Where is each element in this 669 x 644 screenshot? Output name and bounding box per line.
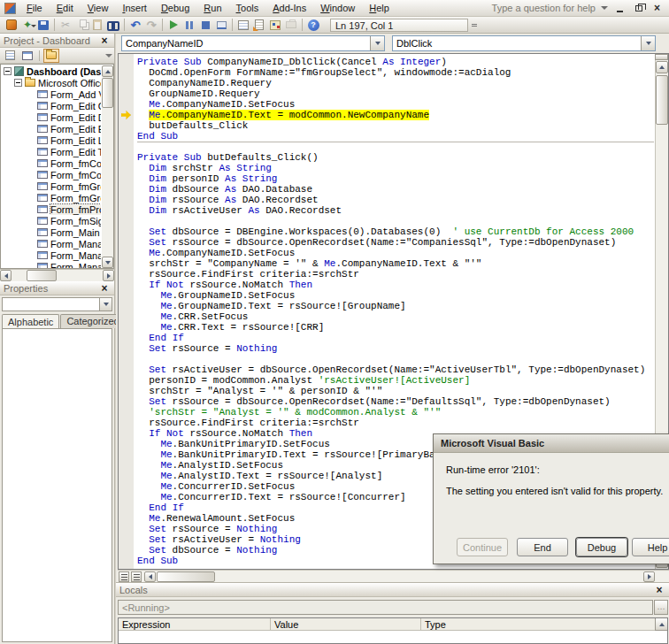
scrollbar-thumb[interactable]	[157, 571, 215, 582]
tree-item[interactable]: Form_Edit Compa	[2, 100, 101, 111]
menu-help[interactable]: Help	[362, 1, 396, 16]
tree-item[interactable]: Form_fmSignOn	[2, 215, 101, 226]
dropdown-button[interactable]	[99, 298, 112, 310]
insert-object-icon[interactable]: ✦	[19, 18, 35, 33]
locals-close-button[interactable]: ×	[653, 586, 665, 594]
dropdown-button[interactable]	[370, 36, 384, 50]
menu-edit[interactable]: Edit	[50, 1, 81, 16]
properties-tabs: AlphabeticCategorized	[2, 314, 112, 328]
scroll-up-button[interactable]	[102, 65, 113, 77]
scroll-left-button[interactable]	[144, 571, 156, 582]
chevron-down-icon	[646, 42, 651, 45]
object-dropdown-value: CompanyNameID	[126, 38, 203, 49]
chevron-down-icon[interactable]	[601, 6, 608, 10]
menu-file[interactable]: File	[19, 1, 50, 16]
tree-item[interactable]: Microsoft Office Acce	[2, 77, 101, 88]
project-tree-vertical-scrollbar[interactable]	[102, 65, 113, 268]
tree-item[interactable]: Form_Edit Lendin	[2, 134, 101, 146]
tree-item[interactable]: Form_Main Scree	[2, 226, 101, 238]
find-icon[interactable]	[105, 18, 121, 33]
toggle-folders-button[interactable]	[43, 49, 59, 63]
tree-item[interactable]: Form_Edit Depart	[2, 111, 101, 123]
break-icon[interactable]	[181, 18, 197, 33]
project-panel-title: Project - Dashboard	[4, 35, 90, 46]
menu-tools[interactable]: Tools	[229, 1, 266, 16]
view-code-button[interactable]	[2, 49, 18, 63]
object-browser-icon[interactable]	[267, 18, 283, 33]
scrollbar-thumb[interactable]	[656, 75, 668, 125]
tree-item[interactable]: Form_Edit Team	[2, 146, 101, 157]
code-horizontal-scrollbar[interactable]	[118, 570, 669, 582]
scroll-right-button[interactable]	[643, 571, 655, 582]
tree-item[interactable]: Form_Manage Te	[2, 261, 101, 268]
code-line: Me.CompanyNameID.SetFocus	[137, 99, 654, 110]
properties-object-dropdown[interactable]	[2, 297, 112, 311]
help-question-box[interactable]: Type a question for help	[492, 3, 596, 13]
project-explorer-icon[interactable]	[235, 18, 251, 33]
procedure-dropdown[interactable]: DblClick	[392, 35, 656, 51]
tree-item[interactable]: Form_fmCompan	[2, 157, 101, 169]
scroll-right-button[interactable]	[103, 270, 114, 281]
code-line: Set rsSource = dbSource.OpenRecordset(Na…	[137, 396, 654, 407]
debug-button[interactable]: Debug	[576, 538, 627, 556]
dropdown-button[interactable]	[641, 36, 655, 50]
help-icon[interactable]: ?	[305, 18, 321, 33]
tree-item[interactable]: Form_fmProposa	[2, 203, 101, 215]
view-object-button[interactable]	[19, 49, 35, 63]
redo-icon: ↷	[143, 18, 159, 33]
split-handle[interactable]	[655, 54, 668, 60]
scroll-left-button[interactable]	[0, 270, 12, 281]
collapse-box-icon[interactable]	[14, 79, 22, 87]
end-button[interactable]: End	[517, 538, 568, 556]
menu-window[interactable]: Window	[313, 1, 362, 16]
form-icon	[37, 125, 48, 133]
minimize-button[interactable]	[613, 3, 627, 14]
tree-item[interactable]: Dashboard (Dashboa	[2, 65, 101, 77]
run-icon[interactable]	[165, 18, 181, 33]
project-tree-container: Dashboard (DashboaMicrosoft Office AcceF…	[0, 64, 114, 269]
menu-debug[interactable]: Debug	[154, 1, 196, 16]
tree-item[interactable]: Form_fmGroups	[2, 180, 101, 192]
full-module-view-button[interactable]	[131, 571, 142, 582]
restore-button[interactable]	[632, 3, 645, 14]
object-dropdown[interactable]: CompanyNameID	[121, 35, 385, 51]
paste-icon	[89, 18, 105, 33]
error-dialog-titlebar[interactable]: Microsoft Visual Basic	[434, 434, 669, 453]
undo-icon[interactable]: ↶	[127, 18, 143, 33]
breakpoint-margin[interactable]	[119, 54, 134, 569]
scroll-up-button[interactable]	[655, 618, 667, 631]
save-icon[interactable]	[35, 18, 51, 33]
toolbar-overflow-button[interactable]	[470, 24, 479, 27]
view-access-icon[interactable]	[4, 18, 19, 33]
tree-item[interactable]: Form_Manage Co	[2, 238, 101, 249]
code-line: Me.GroupNameID.Text = rsSource![GroupNam…	[137, 301, 654, 311]
menu-insert[interactable]: Insert	[115, 1, 154, 16]
locals-titlebar: Locals ×	[116, 583, 669, 597]
tree-item[interactable]: Form_fmCompan	[2, 169, 101, 180]
tree-item[interactable]: Form_Add Visitor	[2, 88, 101, 100]
design-mode-icon[interactable]	[213, 18, 229, 33]
menu-view[interactable]: View	[81, 1, 116, 16]
tab-alphabetic[interactable]: Alphabetic	[2, 314, 59, 329]
reset-icon[interactable]	[197, 18, 213, 33]
procedure-view-button[interactable]	[119, 571, 129, 582]
properties-panel-close-button[interactable]: ×	[98, 284, 111, 293]
scrollbar-thumb[interactable]	[27, 270, 57, 281]
code-line: Me.CRR.Text = rsSource![CRR]	[137, 322, 654, 333]
project-tree-horizontal-scrollbar[interactable]	[0, 269, 114, 281]
tree-item[interactable]: Form_Edit Entitie	[2, 123, 101, 134]
close-button[interactable]: ×	[650, 3, 664, 14]
panel-overflow-chevron-icon[interactable]	[105, 54, 112, 58]
scroll-up-button[interactable]	[656, 61, 668, 73]
help-button[interactable]: Help	[632, 538, 669, 556]
project-panel-close-button[interactable]: ×	[98, 36, 111, 45]
tree-item[interactable]: Form_fmGroupSe	[2, 192, 101, 203]
scrollbar-thumb[interactable]	[102, 78, 113, 108]
menu-run[interactable]: Run	[196, 1, 228, 16]
collapse-box-icon[interactable]	[4, 67, 12, 75]
restore-icon	[635, 5, 642, 12]
tree-item[interactable]: Form_Manage Ne	[2, 249, 101, 261]
menu-add-ins[interactable]: Add-Ins	[265, 1, 313, 16]
scroll-down-button[interactable]	[102, 257, 113, 268]
properties-window-icon[interactable]	[251, 18, 267, 33]
